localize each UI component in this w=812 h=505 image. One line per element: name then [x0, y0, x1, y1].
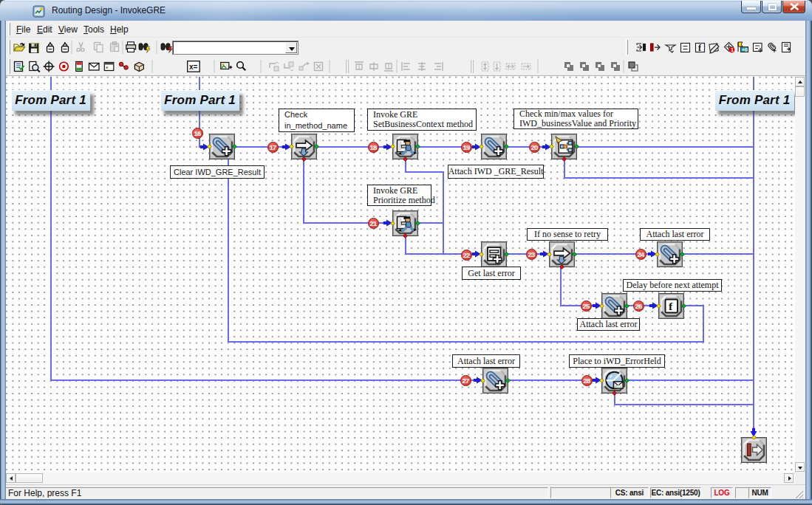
- svg-text:+0: +0: [742, 47, 748, 52]
- svg-text:x=: x=: [189, 63, 198, 71]
- svg-text:1: 1: [731, 47, 734, 52]
